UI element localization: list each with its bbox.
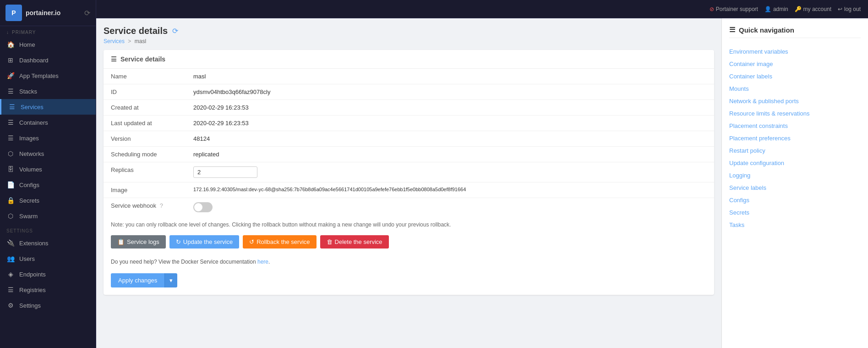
version-label: Version bbox=[111, 135, 193, 142]
sidebar-item-label: Configs bbox=[19, 182, 39, 188]
sidebar-item-label: Settings bbox=[19, 302, 41, 309]
sidebar-item-swarm[interactable]: ⬡ Swarm bbox=[0, 208, 96, 224]
sidebar-item-secrets[interactable]: 🔒 Secrets bbox=[0, 193, 96, 208]
app-templates-icon: 🚀 bbox=[6, 72, 15, 79]
log-out-link[interactable]: ↩ log out bbox=[838, 6, 861, 12]
update-icon: ↻ bbox=[176, 238, 181, 245]
apply-section: Apply changes ▾ bbox=[104, 270, 714, 295]
name-label: Name bbox=[111, 73, 193, 80]
rollback-service-button[interactable]: ↺ Rollback the service bbox=[243, 235, 316, 249]
sidebar-item-label: Stacks bbox=[19, 88, 37, 95]
sidebar-refresh-icon[interactable]: ⟳ bbox=[84, 9, 90, 17]
name-value: masl bbox=[193, 73, 707, 80]
sidebar-item-volumes[interactable]: 🗄 Volumes bbox=[0, 161, 96, 177]
sidebar-item-registries[interactable]: ☰ Registries bbox=[0, 282, 96, 298]
delete-service-button[interactable]: 🗑 Delete the service bbox=[320, 235, 389, 249]
sidebar-item-containers[interactable]: ☰ Containers bbox=[0, 115, 96, 130]
support-icon: ⊘ bbox=[710, 6, 714, 12]
webhook-help-icon: ? bbox=[160, 202, 163, 209]
rollback-icon: ↺ bbox=[249, 238, 254, 245]
qnav-environment-variables[interactable]: Environment variables bbox=[729, 45, 861, 58]
scheduling-mode-label: Scheduling mode bbox=[111, 151, 193, 158]
qnav-restart-policy[interactable]: Restart policy bbox=[729, 144, 861, 157]
page-refresh-icon[interactable]: ⟳ bbox=[172, 27, 178, 35]
field-created-at: Created at 2020-02-29 16:23:53 bbox=[104, 100, 714, 116]
toggle-knob bbox=[194, 203, 202, 211]
qnav-container-labels[interactable]: Container labels bbox=[729, 70, 861, 83]
sidebar-item-services[interactable]: ☰ Services bbox=[0, 99, 96, 115]
networks-icon: ⬡ bbox=[6, 150, 15, 157]
help-link[interactable]: here bbox=[257, 259, 268, 265]
logout-icon: ↩ bbox=[838, 6, 842, 12]
sidebar-item-label: Endpoints bbox=[19, 271, 46, 278]
apply-changes-dropdown-button[interactable]: ▾ bbox=[164, 273, 177, 287]
sidebar-item-stacks[interactable]: ☰ Stacks bbox=[0, 83, 96, 99]
sidebar-item-endpoints[interactable]: ◈ Endpoints bbox=[0, 266, 96, 282]
breadcrumb: Services > masl bbox=[104, 38, 714, 44]
image-label: Image bbox=[111, 187, 193, 193]
qnav-placement-constraints[interactable]: Placement constraints bbox=[729, 120, 861, 132]
sidebar-item-dashboard[interactable]: ⊞ Dashboard bbox=[0, 52, 96, 68]
sidebar-item-app-templates[interactable]: 🚀 App Templates bbox=[0, 68, 96, 83]
settings-icon: ⚙ bbox=[6, 302, 15, 309]
rollback-note: Note: you can only rollback one level of… bbox=[104, 218, 714, 232]
webhook-toggle[interactable] bbox=[193, 202, 213, 212]
logo-icon: P bbox=[5, 5, 22, 21]
sidebar-item-label: Home bbox=[19, 41, 35, 48]
field-webhook: Service webhook ? bbox=[104, 198, 714, 218]
images-icon: ☰ bbox=[6, 134, 15, 142]
volumes-icon: 🗄 bbox=[6, 166, 15, 173]
qnav-secrets[interactable]: Secrets bbox=[729, 206, 861, 219]
sidebar-item-label: Swarm bbox=[19, 213, 38, 220]
configs-icon: 📄 bbox=[6, 181, 15, 188]
field-image: Image 172.16.99.2:40305/masl:dev-yc-68@s… bbox=[104, 182, 714, 198]
secrets-icon: 🔒 bbox=[6, 197, 15, 204]
sidebar-item-settings[interactable]: ⚙ Settings bbox=[0, 298, 96, 313]
qnav-service-labels[interactable]: Service labels bbox=[729, 182, 861, 194]
page-title: Service details bbox=[104, 26, 168, 36]
qnav-update-configuration[interactable]: Update configuration bbox=[729, 157, 861, 169]
sidebar-item-images[interactable]: ☰ Images bbox=[0, 130, 96, 146]
endpoints-icon: ◈ bbox=[6, 271, 15, 278]
admin-user-link[interactable]: 👤 admin bbox=[764, 6, 788, 12]
users-icon: 👥 bbox=[6, 255, 15, 262]
card-body: Name masl ID ydsmv04htbo3q66faz9078cly C… bbox=[104, 69, 714, 218]
breadcrumb-current: masl bbox=[135, 38, 146, 44]
home-icon: 🏠 bbox=[6, 41, 15, 48]
sidebar-item-configs[interactable]: 📄 Configs bbox=[0, 177, 96, 193]
field-replicas: Replicas bbox=[104, 162, 714, 182]
sidebar-item-networks[interactable]: ⬡ Networks bbox=[0, 146, 96, 161]
qnav-configs[interactable]: Configs bbox=[729, 194, 861, 206]
qnav-mounts[interactable]: Mounts bbox=[729, 83, 861, 95]
breadcrumb-parent[interactable]: Services bbox=[104, 38, 125, 44]
settings-section-label: SETTINGS bbox=[0, 224, 96, 235]
my-account-link[interactable]: 🔑 my account bbox=[795, 6, 831, 12]
sidebar-item-label: Services bbox=[21, 104, 44, 110]
logo-text: portainer.io bbox=[26, 9, 60, 17]
qnav-tasks[interactable]: Tasks bbox=[729, 219, 861, 231]
qnav-container-image[interactable]: Container image bbox=[729, 58, 861, 70]
replicas-label: Replicas bbox=[111, 166, 193, 173]
qnav-placement-preferences[interactable]: Placement preferences bbox=[729, 132, 861, 144]
apply-changes-button[interactable]: Apply changes bbox=[111, 273, 164, 287]
service-details-card: ☰ Service details Name masl ID ydsmv04ht… bbox=[104, 50, 714, 295]
qnav-logging[interactable]: Logging bbox=[729, 169, 861, 182]
user-icon: 👤 bbox=[764, 6, 771, 12]
quick-nav-icon: ☰ bbox=[729, 26, 735, 34]
portainer-support-link[interactable]: ⊘ Portainer support bbox=[710, 6, 758, 12]
sidebar-item-label: Images bbox=[19, 135, 39, 142]
card-header-icon: ☰ bbox=[111, 55, 117, 63]
service-logs-button[interactable]: 📋 Service logs bbox=[111, 235, 166, 249]
version-value: 48124 bbox=[193, 135, 707, 142]
sidebar-item-users[interactable]: 👥 Users bbox=[0, 251, 96, 266]
sidebar-item-label: Volumes bbox=[19, 166, 42, 173]
qnav-network-ports[interactable]: Network & published ports bbox=[729, 95, 861, 107]
sidebar-item-extensions[interactable]: 🔌 Extensions bbox=[0, 235, 96, 251]
update-service-button[interactable]: ↻ Update the service bbox=[169, 235, 239, 249]
webhook-label: Service webhook ? bbox=[111, 202, 193, 209]
sidebar-primary-label: ↓ PRIMARY bbox=[0, 26, 96, 37]
replicas-input[interactable] bbox=[193, 166, 257, 178]
qnav-resource-limits[interactable]: Resource limits & reservations bbox=[729, 107, 861, 120]
id-value: ydsmv04htbo3q66faz9078cly bbox=[193, 88, 707, 95]
sidebar-item-home[interactable]: 🏠 Home bbox=[0, 37, 96, 52]
